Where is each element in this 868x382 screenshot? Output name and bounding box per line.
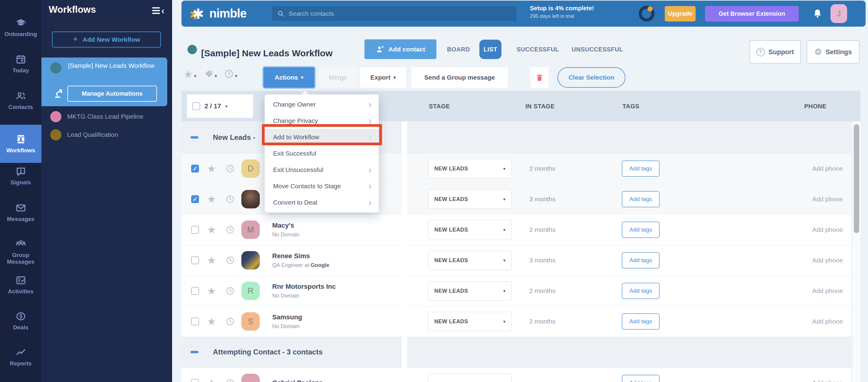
- add-contact-button[interactable]: Add contact: [365, 39, 436, 59]
- row-checkbox[interactable]: [191, 379, 199, 382]
- reminder-clock-icon[interactable]: [226, 317, 235, 326]
- menu-item-change-owner[interactable]: Change Owner›: [265, 96, 379, 113]
- add-tags-button[interactable]: Add tags: [622, 191, 660, 207]
- add-tags-button[interactable]: Add tags: [622, 160, 660, 177]
- manage-automations-button[interactable]: Manage Automations: [67, 86, 157, 102]
- star-filter-dropdown[interactable]: ★▾: [184, 69, 196, 79]
- sidebar-item-contacts[interactable]: Contacts: [0, 90, 41, 111]
- favorite-star-icon[interactable]: ★: [207, 194, 216, 204]
- vertical-scrollbar[interactable]: [852, 121, 861, 382]
- delete-button[interactable]: [530, 67, 549, 88]
- row-checkbox[interactable]: [191, 318, 199, 325]
- add-tags-button[interactable]: Add tags: [622, 283, 660, 299]
- row-checkbox[interactable]: [191, 287, 199, 295]
- sidebar-item-group-messages[interactable]: Group Messages: [0, 238, 41, 265]
- scrollbar-thumb[interactable]: [854, 124, 859, 233]
- add-new-workflow-button[interactable]: + Add New Workflow: [52, 31, 161, 48]
- favorite-star-icon[interactable]: ★: [207, 164, 216, 174]
- favorite-star-icon[interactable]: ★: [207, 316, 216, 327]
- sidebar-item-signals[interactable]: Signals: [0, 166, 41, 186]
- tab-list[interactable]: LIST: [479, 40, 501, 59]
- favorite-star-icon[interactable]: ★: [207, 225, 216, 235]
- add-phone-link[interactable]: Add phone: [812, 287, 843, 295]
- menu-item-exit-unsuccessful[interactable]: Exit Unsuccessful›: [265, 161, 379, 178]
- add-phone-link[interactable]: Add phone: [812, 318, 843, 325]
- collapse-group-icon[interactable]: [190, 136, 198, 139]
- sidebar-item-activities[interactable]: Activities: [0, 275, 41, 295]
- tab-successful[interactable]: SUCCESSFUL: [512, 40, 563, 59]
- tag-filter-dropdown[interactable]: ▾: [204, 69, 217, 79]
- collapse-group-icon[interactable]: [190, 351, 198, 353]
- collapse-sidebar-icon[interactable]: ‹: [152, 7, 164, 14]
- stage-select[interactable]: NEW LEADS▾: [428, 312, 512, 331]
- tab-unsuccessful[interactable]: UNSUCCESSFUL: [567, 40, 627, 59]
- reminder-clock-icon[interactable]: [226, 286, 235, 295]
- add-tags-button[interactable]: Add tags: [622, 313, 660, 330]
- row-checkbox[interactable]: [191, 195, 199, 203]
- get-browser-extension-button[interactable]: Get Browser Extension: [705, 6, 799, 22]
- reminder-clock-icon[interactable]: [226, 195, 235, 204]
- row-checkbox[interactable]: [191, 165, 199, 173]
- reminder-clock-icon[interactable]: [226, 378, 235, 382]
- search-box[interactable]: [272, 6, 517, 21]
- reminder-clock-icon[interactable]: [226, 256, 235, 265]
- menu-item-add-to-workflow[interactable]: Add to Workflow›: [265, 129, 379, 145]
- table-row[interactable]: ★ Gabriel Paolone ▾ Add tags Add phone: [182, 368, 851, 382]
- add-phone-link[interactable]: Add phone: [812, 226, 843, 233]
- selection-dropdown[interactable]: 2 / 17 ▾: [187, 94, 253, 118]
- stage-select[interactable]: ▾: [428, 373, 512, 382]
- sidebar-item-deals[interactable]: $ Deals: [0, 311, 41, 331]
- add-tags-button[interactable]: Add tags: [622, 375, 660, 382]
- add-phone-link[interactable]: Add phone: [812, 196, 843, 203]
- favorite-star-icon[interactable]: ★: [207, 378, 216, 382]
- row-checkbox[interactable]: [191, 226, 199, 234]
- table-row[interactable]: ★ R Rnr Motorsports Inc No Domain NEW LE…: [182, 275, 851, 306]
- stage-select[interactable]: NEW LEADS▾: [428, 189, 512, 209]
- stage-select[interactable]: NEW LEADS▾: [428, 220, 512, 239]
- favorite-star-icon[interactable]: ★: [207, 255, 216, 265]
- row-checkbox[interactable]: [191, 256, 199, 264]
- actions-button[interactable]: Actions▾: [264, 67, 314, 88]
- menu-item-exit-successful[interactable]: Exit Successful: [265, 145, 379, 161]
- add-phone-link[interactable]: Add phone: [812, 165, 843, 172]
- user-avatar[interactable]: J: [831, 4, 847, 23]
- setup-progress-ring[interactable]: [639, 6, 654, 22]
- settings-button[interactable]: ⚙ Settings: [807, 40, 860, 64]
- favorite-star-icon[interactable]: ★: [207, 286, 216, 296]
- add-tags-button[interactable]: Add tags: [622, 252, 660, 268]
- table-row[interactable]: ★ M Macy's No Domain NEW LEADS▾ 2 months…: [182, 214, 851, 245]
- menu-item-move-contacts-to-stage[interactable]: Move Contacts to Stage›: [265, 178, 379, 194]
- workflow-item-lead-qualification[interactable]: Lead Qualification: [41, 126, 172, 143]
- workflow-item-mktg-class[interactable]: MKTG Class Lead Pipeline: [41, 108, 172, 125]
- sidebar-item-today[interactable]: Today: [0, 54, 41, 74]
- table-row[interactable]: ★ Renee Sims QA Engineer at Google NEW L…: [182, 245, 851, 275]
- notifications-bell-icon[interactable]: [812, 8, 823, 19]
- support-button[interactable]: ? Support: [749, 40, 801, 64]
- merge-button[interactable]: Merge: [319, 67, 356, 88]
- time-filter-dropdown[interactable]: ▾: [224, 69, 238, 79]
- export-button[interactable]: Export▾: [360, 67, 406, 88]
- reminder-clock-icon[interactable]: [226, 225, 235, 234]
- stage-select[interactable]: NEW LEADS▾: [428, 159, 512, 178]
- select-all-checkbox[interactable]: [192, 102, 200, 110]
- sidebar-item-onboarding[interactable]: Onboarding: [0, 18, 41, 37]
- sidebar-item-reports[interactable]: Reports: [0, 347, 41, 367]
- add-tags-button[interactable]: Add tags: [622, 222, 660, 238]
- search-input[interactable]: [288, 10, 512, 18]
- reminder-clock-icon[interactable]: [226, 164, 235, 173]
- add-phone-link[interactable]: Add phone: [812, 257, 843, 264]
- workflow-item-sample-new-leads[interactable]: [Sample] New Leads Workflow Manage Autom…: [41, 58, 167, 106]
- menu-item-change-privacy[interactable]: Change Privacy›: [265, 113, 379, 129]
- menu-item-convert-to-deal[interactable]: Convert to Deal›: [265, 194, 379, 211]
- sidebar-item-workflows[interactable]: Workflows: [0, 125, 41, 163]
- nimble-logo[interactable]: ✱✱ nimble: [190, 5, 247, 22]
- add-phone-link[interactable]: Add phone: [812, 379, 843, 382]
- send-group-message-button[interactable]: Send a Group message: [411, 67, 508, 88]
- stage-select[interactable]: NEW LEADS▾: [428, 251, 512, 270]
- table-row[interactable]: ★ S Samsung No Domain NEW LEADS▾ 2 month…: [182, 306, 851, 336]
- clear-selection-button[interactable]: Clear Selection: [557, 67, 625, 88]
- stage-select[interactable]: NEW LEADS▾: [428, 281, 512, 300]
- upgrade-button[interactable]: Upgrade: [665, 6, 695, 22]
- tab-board[interactable]: BOARD: [443, 40, 474, 59]
- sidebar-item-messages[interactable]: Messages: [0, 203, 41, 223]
